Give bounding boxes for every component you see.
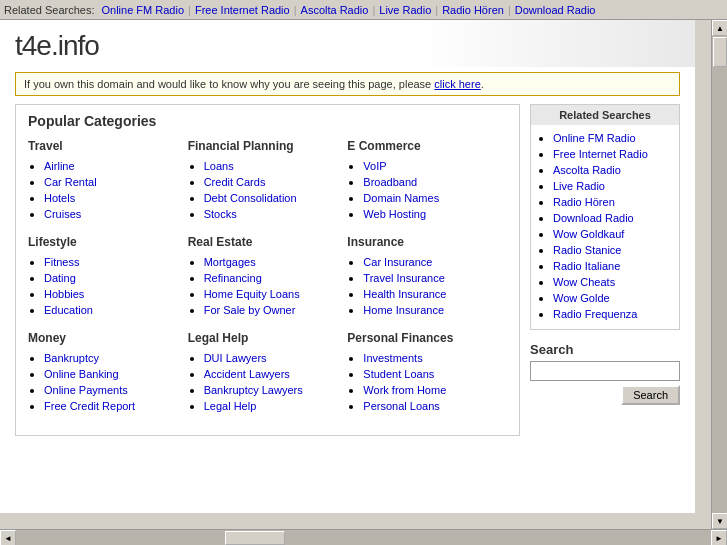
link-broadband[interactable]: Broadband (363, 176, 417, 188)
scroll-down-button[interactable]: ▼ (712, 513, 727, 529)
link-fitness[interactable]: Fitness (44, 256, 79, 268)
rs-link-8[interactable]: Radio Italiane (553, 260, 620, 272)
link-bankruptcy[interactable]: Bankruptcy (44, 352, 99, 364)
rs-link-1[interactable]: Free Internet Radio (553, 148, 648, 160)
topbar-link-2[interactable]: Ascolta Radio (301, 4, 369, 16)
list-item: Online FM Radio (553, 131, 671, 145)
link-car-insurance[interactable]: Car Insurance (363, 256, 432, 268)
list-item: Accident Lawyers (204, 367, 340, 381)
link-home-equity-loans[interactable]: Home Equity Loans (204, 288, 300, 300)
link-personal-loans[interactable]: Personal Loans (363, 400, 439, 412)
link-hotels[interactable]: Hotels (44, 192, 75, 204)
link-dating[interactable]: Dating (44, 272, 76, 284)
search-button[interactable]: Search (621, 385, 680, 405)
rs-link-4[interactable]: Radio Hören (553, 196, 615, 208)
link-voip[interactable]: VoIP (363, 160, 386, 172)
search-box: Search Search (530, 338, 680, 409)
link-cruises[interactable]: Cruises (44, 208, 81, 220)
hscroll-track (16, 530, 711, 545)
link-accident-lawyers[interactable]: Accident Lawyers (204, 368, 290, 380)
scroll-right-button[interactable]: ► (711, 530, 727, 545)
category-ecommerce-list: VoIP Broadband Domain Names Web Hosting (347, 159, 499, 221)
link-health-insurance[interactable]: Health Insurance (363, 288, 446, 300)
list-item: Bankruptcy Lawyers (204, 383, 340, 397)
category-travel: Travel Airline Car Rental Hotels Cruises (28, 139, 188, 223)
list-item: Car Rental (44, 175, 180, 189)
rs-link-11[interactable]: Radio Frequenza (553, 308, 637, 320)
notice-text: If you own this domain and would like to… (24, 78, 431, 90)
topbar-link-1[interactable]: Free Internet Radio (195, 4, 290, 16)
topbar-link-0[interactable]: Online FM Radio (102, 4, 185, 16)
rs-link-7[interactable]: Radio Stanice (553, 244, 622, 256)
topbar-link-5[interactable]: Download Radio (515, 4, 596, 16)
link-student-loans[interactable]: Student Loans (363, 368, 434, 380)
list-item: Wow Goldkauf (553, 227, 671, 241)
link-debt-consolidation[interactable]: Debt Consolidation (204, 192, 297, 204)
vertical-scrollbar: ▲ ▼ (711, 20, 727, 529)
link-legal-help[interactable]: Legal Help (204, 400, 257, 412)
rs-link-5[interactable]: Download Radio (553, 212, 634, 224)
link-stocks[interactable]: Stocks (204, 208, 237, 220)
link-refinancing[interactable]: Refinancing (204, 272, 262, 284)
link-airline[interactable]: Airline (44, 160, 75, 172)
category-personal-finances-list: Investments Student Loans Work from Home… (347, 351, 499, 413)
main-section: Popular Categories Travel Airline Car Re… (15, 104, 680, 436)
link-work-from-home[interactable]: Work from Home (363, 384, 446, 396)
related-searches-heading: Related Searches (531, 105, 679, 125)
link-free-credit-report[interactable]: Free Credit Report (44, 400, 135, 412)
related-searches-list: Online FM Radio Free Internet Radio Asco… (539, 131, 671, 321)
list-item: Cruises (44, 207, 180, 221)
category-personal-finances-title: Personal Finances (347, 331, 499, 345)
list-item: Hobbies (44, 287, 180, 301)
category-travel-title: Travel (28, 139, 180, 153)
scroll-thumb[interactable] (713, 37, 727, 67)
rs-link-0[interactable]: Online FM Radio (553, 132, 636, 144)
topbar-link-3[interactable]: Live Radio (379, 4, 431, 16)
rs-link-10[interactable]: Wow Golde (553, 292, 610, 304)
hscroll-thumb[interactable] (225, 531, 285, 545)
category-insurance: Insurance Car Insurance Travel Insurance… (347, 235, 507, 319)
link-car-rental[interactable]: Car Rental (44, 176, 97, 188)
list-item: DUI Lawyers (204, 351, 340, 365)
link-hobbies[interactable]: Hobbies (44, 288, 84, 300)
scroll-left-button[interactable]: ◄ (0, 530, 16, 545)
list-item: Domain Names (363, 191, 499, 205)
category-lifestyle-list: Fitness Dating Hobbies Education (28, 255, 180, 317)
link-loans[interactable]: Loans (204, 160, 234, 172)
link-web-hosting[interactable]: Web Hosting (363, 208, 426, 220)
category-money-list: Bankruptcy Online Banking Online Payment… (28, 351, 180, 413)
list-item: Fitness (44, 255, 180, 269)
link-bankruptcy-lawyers[interactable]: Bankruptcy Lawyers (204, 384, 303, 396)
category-real-estate: Real Estate Mortgages Refinancing Home E… (188, 235, 348, 319)
scroll-track (712, 36, 727, 513)
list-item: Web Hosting (363, 207, 499, 221)
search-input[interactable] (530, 361, 680, 381)
link-investments[interactable]: Investments (363, 352, 422, 364)
list-item: Home Equity Loans (204, 287, 340, 301)
link-domain-names[interactable]: Domain Names (363, 192, 439, 204)
list-item: Wow Golde (553, 291, 671, 305)
link-education[interactable]: Education (44, 304, 93, 316)
list-item: Debt Consolidation (204, 191, 340, 205)
rs-link-2[interactable]: Ascolta Radio (553, 164, 621, 176)
scroll-up-button[interactable]: ▲ (712, 20, 727, 36)
rs-link-9[interactable]: Wow Cheats (553, 276, 615, 288)
content-area: t4e.info If you own this domain and woul… (0, 20, 695, 513)
link-mortgages[interactable]: Mortgages (204, 256, 256, 268)
list-item: Health Insurance (363, 287, 499, 301)
list-item: Education (44, 303, 180, 317)
topbar-link-4[interactable]: Radio Hören (442, 4, 504, 16)
link-for-sale[interactable]: For Sale by Owner (204, 304, 296, 316)
rs-link-3[interactable]: Live Radio (553, 180, 605, 192)
related-searches-box: Related Searches Online FM Radio Free In… (530, 104, 680, 330)
link-online-payments[interactable]: Online Payments (44, 384, 128, 396)
link-dui-lawyers[interactable]: DUI Lawyers (204, 352, 267, 364)
link-online-banking[interactable]: Online Banking (44, 368, 119, 380)
rs-link-6[interactable]: Wow Goldkauf (553, 228, 624, 240)
link-home-insurance[interactable]: Home Insurance (363, 304, 444, 316)
link-travel-insurance[interactable]: Travel Insurance (363, 272, 445, 284)
notice-link[interactable]: click here (434, 78, 480, 90)
link-credit-cards[interactable]: Credit Cards (204, 176, 266, 188)
list-item: Broadband (363, 175, 499, 189)
category-financial-planning-title: Financial Planning (188, 139, 340, 153)
